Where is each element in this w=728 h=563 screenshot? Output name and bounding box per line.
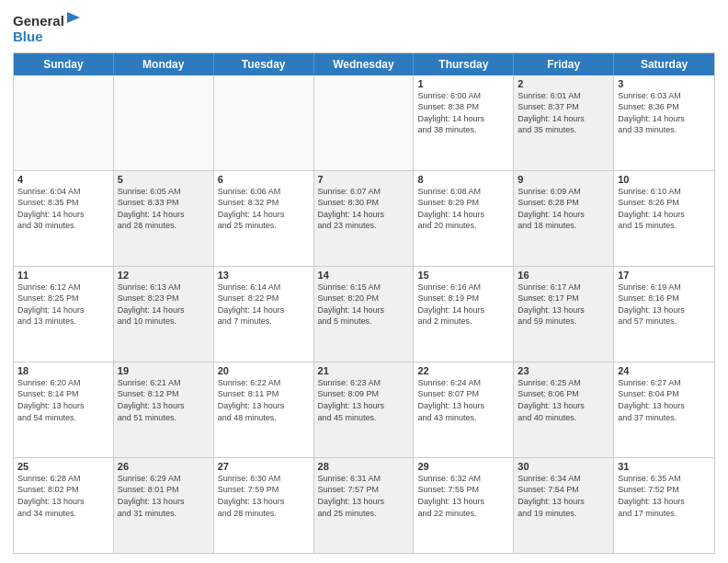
cal-cell-7: 7Sunrise: 6:07 AMSunset: 8:30 PMDaylight… (314, 171, 415, 266)
day-number: 29 (417, 461, 509, 472)
cell-text-line: and 20 minutes. (417, 220, 509, 232)
cell-text-line: Daylight: 14 hours (417, 113, 509, 125)
cell-text-line: and 38 minutes. (417, 124, 509, 136)
cal-cell-11: 11Sunrise: 6:12 AMSunset: 8:25 PMDayligh… (14, 267, 114, 362)
cell-text-line: Sunset: 8:16 PM (618, 293, 711, 304)
cal-cell-5: 5Sunrise: 6:05 AMSunset: 8:33 PMDaylight… (114, 171, 214, 266)
cell-text-line: Sunrise: 6:12 AM (17, 282, 109, 293)
day-number: 30 (518, 461, 609, 472)
cell-text-line: Sunrise: 6:29 AM (118, 473, 210, 485)
cal-cell-empty-2 (214, 75, 314, 170)
cell-text-line: Daylight: 13 hours (318, 496, 410, 508)
day-number: 24 (618, 365, 711, 376)
cell-text-line: Sunset: 8:07 PM (417, 388, 509, 400)
cell-text-line: Sunrise: 6:34 AM (518, 473, 609, 485)
cell-text-line: and 5 minutes. (318, 316, 410, 327)
cell-text-line: Daylight: 13 hours (17, 400, 109, 412)
cell-text-line: Daylight: 13 hours (218, 400, 310, 412)
page: General Blue SundayMondayTuesdayWednesda… (0, 0, 728, 563)
week-row-2: 4Sunrise: 6:04 AMSunset: 8:35 PMDaylight… (14, 171, 714, 267)
cal-cell-26: 26Sunrise: 6:29 AMSunset: 8:01 PMDayligh… (114, 458, 214, 553)
calendar: SundayMondayTuesdayWednesdayThursdayFrid… (13, 52, 715, 555)
cal-cell-10: 10Sunrise: 6:10 AMSunset: 8:26 PMDayligh… (614, 171, 714, 266)
day-number: 6 (218, 174, 310, 185)
day-number: 4 (17, 174, 109, 185)
cell-text-line: Sunset: 8:38 PM (417, 101, 509, 113)
cell-text-line: Sunset: 8:06 PM (518, 388, 609, 400)
cell-text-line: Daylight: 14 hours (17, 304, 109, 316)
day-number: 1 (417, 78, 509, 89)
cell-text-line: and 57 minutes. (618, 316, 711, 327)
cell-text-line: Sunrise: 6:04 AM (17, 186, 109, 198)
day-number: 25 (17, 461, 109, 472)
day-number: 10 (618, 174, 711, 185)
cell-text-line: Sunrise: 6:15 AM (318, 282, 410, 293)
cell-text-line: Daylight: 14 hours (618, 113, 711, 125)
calendar-header-row: SundayMondayTuesdayWednesdayThursdayFrid… (14, 53, 714, 75)
cell-text-line: Sunrise: 6:22 AM (218, 377, 310, 389)
cell-text-line: Sunrise: 6:07 AM (318, 186, 410, 198)
cell-text-line: Sunset: 8:01 PM (118, 484, 210, 496)
cell-text-line: Sunrise: 6:06 AM (218, 186, 310, 198)
cell-text-line: Sunset: 8:37 PM (518, 101, 609, 113)
cal-cell-21: 21Sunrise: 6:23 AMSunset: 8:09 PMDayligh… (314, 362, 415, 457)
day-header-sunday: Sunday (14, 53, 114, 75)
cell-text-line: Daylight: 13 hours (118, 496, 210, 508)
day-number: 19 (118, 365, 210, 376)
cell-text-line: Sunset: 8:32 PM (218, 197, 310, 209)
day-number: 27 (218, 461, 310, 472)
cell-text-line: Sunrise: 6:21 AM (118, 377, 210, 389)
cell-text-line: Sunrise: 6:30 AM (218, 473, 310, 485)
cell-text-line: Sunrise: 6:35 AM (618, 473, 711, 485)
cell-text-line: Daylight: 13 hours (417, 400, 509, 412)
cell-text-line: Sunset: 8:30 PM (318, 197, 410, 209)
cal-cell-6: 6Sunrise: 6:06 AMSunset: 8:32 PMDaylight… (214, 171, 314, 266)
cell-text-line: and 19 minutes. (518, 508, 609, 520)
day-number: 9 (518, 174, 609, 185)
day-header-saturday: Saturday (614, 53, 714, 75)
day-number: 15 (417, 270, 509, 281)
cell-text-line: and 37 minutes. (618, 412, 711, 424)
cell-text-line: Daylight: 14 hours (518, 209, 609, 221)
header: General Blue (13, 9, 715, 45)
cell-text-line: Sunrise: 6:16 AM (417, 282, 509, 293)
cell-text-line: Sunrise: 6:09 AM (518, 186, 609, 198)
cell-text-line: and 30 minutes. (17, 220, 109, 232)
cell-text-line: and 45 minutes. (318, 412, 410, 424)
day-number: 3 (618, 78, 711, 89)
calendar-body: 1Sunrise: 6:00 AMSunset: 8:38 PMDaylight… (14, 75, 714, 554)
cell-text-line: Daylight: 13 hours (518, 496, 609, 508)
cell-text-line: Sunrise: 6:10 AM (618, 186, 711, 198)
cell-text-line: Daylight: 14 hours (118, 304, 210, 316)
cal-cell-29: 29Sunrise: 6:32 AMSunset: 7:55 PMDayligh… (414, 458, 514, 553)
cell-text-line: Sunrise: 6:08 AM (417, 186, 509, 198)
cal-cell-23: 23Sunrise: 6:25 AMSunset: 8:06 PMDayligh… (514, 362, 614, 457)
day-number: 8 (417, 174, 509, 185)
cell-text-line: and 7 minutes. (218, 316, 310, 327)
week-row-3: 11Sunrise: 6:12 AMSunset: 8:25 PMDayligh… (14, 267, 714, 362)
cal-cell-13: 13Sunrise: 6:14 AMSunset: 8:22 PMDayligh… (214, 267, 314, 362)
cell-text-line: and 59 minutes. (518, 316, 609, 327)
day-header-wednesday: Wednesday (314, 53, 415, 75)
cal-cell-9: 9Sunrise: 6:09 AMSunset: 8:28 PMDaylight… (514, 171, 614, 266)
day-number: 12 (118, 270, 210, 281)
day-header-thursday: Thursday (414, 53, 514, 75)
cell-text-line: and 2 minutes. (417, 316, 509, 327)
cal-cell-15: 15Sunrise: 6:16 AMSunset: 8:19 PMDayligh… (414, 267, 514, 362)
cell-text-line: Sunset: 8:12 PM (118, 388, 210, 400)
cal-cell-17: 17Sunrise: 6:19 AMSunset: 8:16 PMDayligh… (614, 267, 714, 362)
cal-cell-empty-0 (14, 75, 114, 170)
cell-text-line: Sunset: 8:26 PM (618, 197, 711, 209)
cell-text-line: Daylight: 13 hours (417, 496, 509, 508)
cell-text-line: Daylight: 14 hours (318, 209, 410, 221)
day-number: 17 (618, 270, 711, 281)
cell-text-line: and 43 minutes. (417, 412, 509, 424)
cell-text-line: Daylight: 13 hours (618, 496, 711, 508)
logo-blue: Blue (13, 29, 80, 44)
cell-text-line: Sunrise: 6:31 AM (318, 473, 410, 485)
cal-cell-30: 30Sunrise: 6:34 AMSunset: 7:54 PMDayligh… (514, 458, 614, 553)
cell-text-line: Sunset: 8:25 PM (17, 293, 109, 304)
cell-text-line: and 18 minutes. (518, 220, 609, 232)
cal-cell-3: 3Sunrise: 6:03 AMSunset: 8:36 PMDaylight… (614, 75, 714, 170)
cell-text-line: Sunrise: 6:24 AM (417, 377, 509, 389)
